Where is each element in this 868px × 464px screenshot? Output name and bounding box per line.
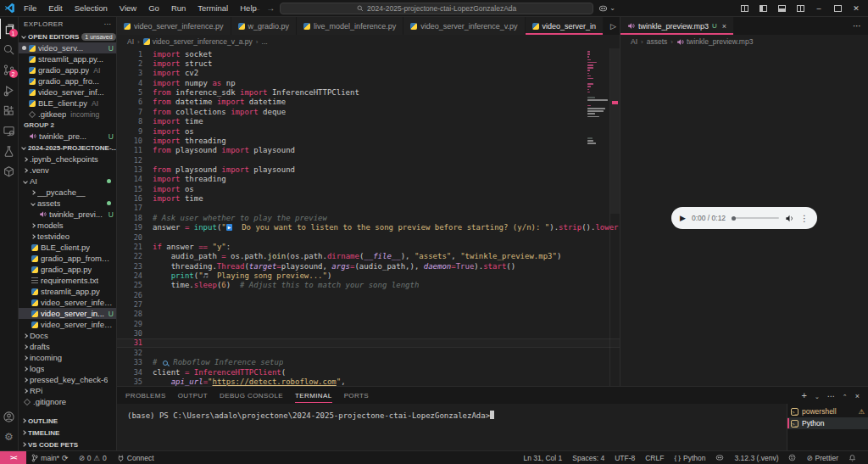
file-item[interactable]: requirements.txt <box>19 275 116 286</box>
search-input[interactable]: 2024-2025-projectone-ctai-LopezGonzalezA… <box>280 3 593 14</box>
code-line[interactable]: 30 <box>117 328 620 338</box>
activitybar-source-control[interactable]: 2 <box>0 59 19 80</box>
file-item[interactable]: gradio_app_from_str... <box>19 253 116 264</box>
code-line[interactable]: 35 api_url="https://detect.roboflow.com"… <box>117 377 620 386</box>
menu-file[interactable]: File <box>19 2 42 14</box>
breadcrumb-item[interactable]: twinkle_preview.mp3 <box>676 37 753 46</box>
chevron-down-icon[interactable]: ⌄ <box>815 391 820 400</box>
workspace-folder-header[interactable]: 2024-2025-PROJECTONE-... <box>19 142 116 154</box>
code-line[interactable]: 23 threading.Thread(target=playsound, ar… <box>117 261 620 271</box>
activitybar-3d-viewer[interactable] <box>0 161 19 182</box>
minimap[interactable] <box>587 51 609 146</box>
folder-item[interactable]: testvideo <box>19 231 116 242</box>
activitybar-testing[interactable] <box>0 141 19 161</box>
breadcrumb-item[interactable]: video_server_inference_v_a.py <box>143 37 253 46</box>
toggle-sidebar-icon[interactable] <box>758 3 768 14</box>
code-line[interactable]: 24 print("♬ Playing song preview...") <box>117 271 620 280</box>
open-editor-item[interactable]: BLE_client.pyAI <box>19 98 116 109</box>
breadcrumb[interactable]: AI›video_server_inference_v_a.py›... <box>117 35 620 48</box>
code-line[interactable]: 12 <box>117 155 620 165</box>
overview-ruler[interactable] <box>609 48 620 386</box>
code-line[interactable]: 29 <box>117 319 620 328</box>
code-line[interactable]: 17 <box>117 204 620 213</box>
audio-seek-slider[interactable] <box>732 217 779 219</box>
audio-play-button[interactable]: ▶ <box>680 214 686 222</box>
code-line[interactable]: 5from inference_sdk import InferenceHTTP… <box>117 87 620 97</box>
open-editors-header[interactable]: OPEN EDITORS 1 unsaved <box>19 31 116 42</box>
file-item[interactable]: video_server_in...U <box>19 308 116 319</box>
status-connect[interactable]: Connect <box>112 451 159 464</box>
status-git-branch[interactable]: main*⟳ <box>26 451 73 464</box>
terminal-output[interactable]: (base) PS C:\Users\adalo\projectone\2024… <box>117 404 787 450</box>
file-item[interactable]: video_server_inferen... <box>19 297 116 308</box>
breadcrumb-item[interactable]: assets <box>647 37 668 46</box>
code-line[interactable]: 7from collections import deque <box>117 107 620 116</box>
toggle-panel-icon[interactable] <box>776 3 787 14</box>
code-line[interactable]: 19answer = input("▶ Do you want to liste… <box>117 222 620 232</box>
tab-twinkle-preview-mp3[interactable]: twinkle_preview.mp3U× <box>620 17 734 35</box>
status-problems-summary[interactable]: ⊘0⚠0 <box>74 451 112 464</box>
file-item[interactable]: twinkle_previ...U <box>19 209 116 220</box>
folder-item[interactable]: incoming <box>19 352 116 363</box>
folder-item[interactable]: assets <box>19 198 116 209</box>
panel-tab-ports[interactable]: PORTS <box>344 387 369 404</box>
folder-item[interactable]: logs <box>19 363 116 374</box>
menu-view[interactable]: View <box>114 2 142 14</box>
tab-w-gradio-py[interactable]: w_gradio.py <box>231 17 298 35</box>
minimize-button[interactable]: – <box>814 3 824 14</box>
code-line[interactable]: 16import time <box>117 193 620 203</box>
folder-item[interactable]: AI <box>19 176 116 187</box>
folder-item[interactable]: __pycache__ <box>19 187 116 198</box>
activitybar-settings[interactable]: ⚙ <box>0 427 19 447</box>
open-editor-item[interactable]: video_serv...U <box>19 42 116 53</box>
code-line[interactable]: 8import time <box>117 117 620 126</box>
code-line[interactable]: 20 <box>117 232 620 242</box>
menu-edit[interactable]: Edit <box>43 2 67 14</box>
code-line[interactable]: 2import struct <box>117 59 620 68</box>
panel-tab-terminal[interactable]: TERMINAL <box>295 387 332 404</box>
folder-item[interactable]: RPi <box>19 385 116 396</box>
code-line[interactable]: 22 audio_path = os.path.join(os.path.dir… <box>117 252 620 261</box>
open-editor-item[interactable]: video_server_inf... <box>19 87 116 98</box>
activitybar-run-and-debug[interactable] <box>0 80 19 100</box>
code-line[interactable]: 27 <box>117 299 620 309</box>
code-line[interactable]: 6from datetime import datetime <box>117 98 620 107</box>
breadcrumb-item[interactable]: ... <box>262 37 268 46</box>
customize-layout-icon[interactable] <box>739 3 749 14</box>
code-line[interactable]: 10import threading <box>117 136 620 145</box>
status-eol-sequence[interactable]: CRLF <box>640 451 669 464</box>
code-line[interactable]: 13from playsound import playsound <box>117 165 620 174</box>
code-line[interactable]: 11from playsound import playsound <box>117 146 620 155</box>
toggle-secondary-sidebar-icon[interactable] <box>795 3 805 14</box>
more-icon[interactable]: ⋯ <box>827 391 835 400</box>
maximize-button[interactable] <box>832 3 843 14</box>
menu-run[interactable]: Run <box>166 2 191 14</box>
terminal-item-python[interactable]: >_Python <box>787 417 868 429</box>
file-item[interactable]: gradio_app.py <box>19 264 116 275</box>
panel-tab-problems[interactable]: PROBLEMS <box>125 387 166 404</box>
menu-selection[interactable]: Selection <box>70 2 113 14</box>
tab-video-server-inference-v-py[interactable]: video_server_inference_v.py <box>403 17 525 35</box>
panel-tab-output[interactable]: OUTPUT <box>178 387 208 404</box>
folder-item[interactable]: drafts <box>19 341 116 352</box>
activitybar-accounts[interactable] <box>0 406 19 427</box>
file-item[interactable]: BLE_client.py <box>19 242 116 253</box>
status-prettier-status[interactable]: ⊘Prettier <box>801 451 843 464</box>
close-icon[interactable]: × <box>722 22 726 31</box>
code-line[interactable]: 14import threading <box>117 175 620 184</box>
more-icon[interactable]: ⋯ <box>853 21 861 31</box>
audio-volume-icon[interactable] <box>785 214 794 223</box>
close-button[interactable]: ✕ <box>851 3 861 14</box>
code-line[interactable]: 4import numpy as np <box>117 78 620 87</box>
run-icon[interactable]: ▷ <box>610 22 616 31</box>
open-editor-item[interactable]: .gitkeepincoming <box>19 109 116 120</box>
file-item[interactable]: streamlit_app.py <box>19 286 116 297</box>
code-line[interactable]: 9import os <box>117 126 620 136</box>
breadcrumb-item[interactable]: AI <box>127 37 134 46</box>
history-forward-icon[interactable]: → <box>266 3 275 13</box>
breadcrumb[interactable]: AI›assets›twinkle_preview.mp3 <box>620 35 868 48</box>
menu-go[interactable]: Go <box>143 2 164 14</box>
code-line[interactable]: 32 <box>117 348 620 357</box>
menu-help[interactable]: Help <box>235 2 262 14</box>
status-encoding[interactable]: UTF-8 <box>609 451 640 464</box>
